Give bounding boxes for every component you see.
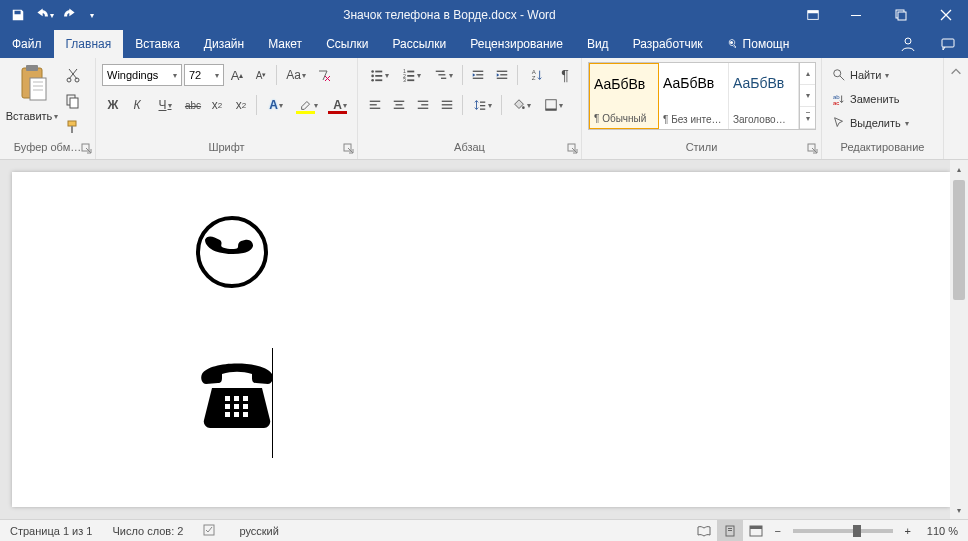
find-button[interactable]: Найти▾ [828, 64, 913, 86]
font-size-combo[interactable]: 72▾ [184, 64, 224, 86]
svg-rect-80 [750, 526, 762, 529]
align-justify-icon[interactable] [436, 94, 458, 116]
show-marks-icon[interactable]: ¶ [554, 64, 576, 86]
separator [501, 95, 502, 115]
superscript-icon[interactable]: x2 [230, 94, 252, 116]
grow-font-icon[interactable]: A▴ [226, 64, 248, 86]
paste-button[interactable]: Вставить▾ [6, 62, 58, 122]
tab-home[interactable]: Главная [54, 30, 124, 58]
replace-button[interactable]: abacЗаменить [828, 88, 913, 110]
group-styles: АаБбВв ¶ Обычный АаБбВв ¶ Без инте… АаБб… [582, 58, 822, 159]
tab-layout[interactable]: Макет [256, 30, 314, 58]
format-painter-icon[interactable] [62, 116, 84, 138]
language[interactable]: русский [229, 525, 288, 537]
minimize-icon[interactable] [833, 0, 878, 30]
svg-rect-9 [26, 65, 38, 71]
font-dialog-launcher-icon[interactable] [343, 143, 355, 155]
svg-rect-32 [438, 74, 445, 75]
spellcheck-icon[interactable] [193, 523, 229, 539]
italic-button[interactable]: К [126, 94, 148, 116]
subscript-icon[interactable]: x2 [206, 94, 228, 116]
gallery-down-icon[interactable]: ▾ [800, 85, 815, 107]
font-color-icon[interactable]: A▾ [325, 94, 355, 116]
tab-design[interactable]: Дизайн [192, 30, 256, 58]
svg-rect-66 [225, 396, 230, 401]
redo-icon[interactable] [60, 4, 80, 26]
gallery-up-icon[interactable]: ▴ [800, 63, 815, 85]
copy-icon[interactable] [62, 90, 84, 112]
zoom-out-icon[interactable]: − [769, 525, 787, 537]
paragraph-dialog-launcher-icon[interactable] [567, 143, 579, 155]
qat-customize-icon[interactable]: ▾ [86, 4, 98, 26]
svg-rect-14 [70, 98, 78, 108]
undo-icon[interactable]: ▾ [34, 4, 54, 26]
zoom-slider[interactable] [793, 529, 893, 533]
ribbon-display-options-icon[interactable] [793, 8, 833, 22]
numbering-icon[interactable]: 123▾ [396, 64, 426, 86]
line-spacing-icon[interactable]: ▾ [467, 94, 497, 116]
web-layout-icon[interactable] [743, 520, 769, 542]
document-page[interactable] [12, 172, 950, 507]
multilevel-list-icon[interactable]: ▾ [428, 64, 458, 86]
zoom-level[interactable]: 110 % [917, 525, 968, 537]
tab-mailings[interactable]: Рассылки [380, 30, 458, 58]
scroll-up-icon[interactable]: ▴ [950, 160, 968, 178]
phone-handset-circle-icon [192, 212, 272, 292]
strikethrough-button[interactable]: abc [182, 94, 204, 116]
read-mode-icon[interactable] [691, 520, 717, 542]
clear-formatting-icon[interactable] [313, 64, 335, 86]
borders-icon[interactable]: ▾ [538, 94, 568, 116]
separator [276, 65, 277, 85]
select-button[interactable]: Выделить▾ [828, 112, 913, 134]
tab-developer[interactable]: Разработчик [621, 30, 715, 58]
style-normal[interactable]: АаБбВв ¶ Обычный [589, 63, 659, 129]
align-left-icon[interactable] [364, 94, 386, 116]
scroll-down-icon[interactable]: ▾ [950, 501, 968, 519]
align-center-icon[interactable] [388, 94, 410, 116]
shrink-font-icon[interactable]: A▾ [250, 64, 272, 86]
word-count[interactable]: Число слов: 2 [102, 525, 193, 537]
page-number[interactable]: Страница 1 из 1 [0, 525, 102, 537]
font-name-combo[interactable]: Wingdings▾ [102, 64, 182, 86]
tab-review[interactable]: Рецензирование [458, 30, 575, 58]
maximize-icon[interactable] [878, 0, 923, 30]
sort-icon[interactable]: AZ [522, 64, 552, 86]
change-case-icon[interactable]: Aa▾ [281, 64, 311, 86]
clipboard-dialog-launcher-icon[interactable] [81, 143, 93, 155]
zoom-in-icon[interactable]: + [899, 525, 917, 537]
print-layout-icon[interactable] [717, 520, 743, 542]
tab-references[interactable]: Ссылки [314, 30, 380, 58]
close-icon[interactable] [923, 0, 968, 30]
decrease-indent-icon[interactable] [467, 64, 489, 86]
bullets-icon[interactable]: ▾ [364, 64, 394, 86]
collapse-ribbon-icon[interactable] [946, 62, 966, 82]
underline-button[interactable]: Ч▾ [150, 94, 180, 116]
comments-icon[interactable] [928, 30, 968, 58]
group-editing: Найти▾ abacЗаменить Выделить▾ Редактиров… [822, 58, 944, 159]
tell-me[interactable]: Помощн [715, 30, 802, 58]
account-icon[interactable] [888, 30, 928, 58]
cut-icon[interactable] [62, 64, 84, 86]
tab-insert[interactable]: Вставка [123, 30, 192, 58]
shading-icon[interactable]: ▾ [506, 94, 536, 116]
styles-dialog-launcher-icon[interactable] [807, 143, 819, 155]
align-right-icon[interactable] [412, 94, 434, 116]
scroll-thumb[interactable] [953, 180, 965, 300]
increase-indent-icon[interactable] [491, 64, 513, 86]
style-name: ¶ Без инте… [663, 114, 724, 125]
style-heading1[interactable]: АаБбВв Заголово… [729, 63, 799, 129]
style-no-spacing[interactable]: АаБбВв ¶ Без инте… [659, 63, 729, 129]
tab-file[interactable]: Файл [0, 30, 54, 58]
text-effects-icon[interactable]: A▾ [261, 94, 291, 116]
svg-rect-72 [225, 412, 230, 417]
vertical-scrollbar[interactable]: ▴ ▾ [950, 160, 968, 519]
bold-button[interactable]: Ж [102, 94, 124, 116]
save-icon[interactable] [8, 4, 28, 26]
svg-rect-31 [435, 71, 444, 72]
zoom-thumb[interactable] [853, 525, 861, 537]
svg-rect-67 [234, 396, 239, 401]
gallery-more-icon[interactable]: ▾ [800, 107, 815, 129]
highlight-color-icon[interactable]: ▾ [293, 94, 323, 116]
svg-rect-38 [500, 74, 507, 75]
tab-view[interactable]: Вид [575, 30, 621, 58]
